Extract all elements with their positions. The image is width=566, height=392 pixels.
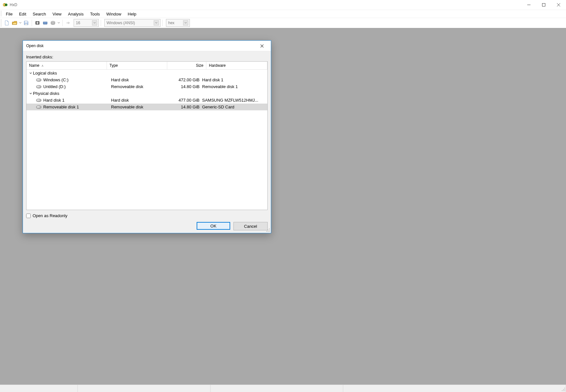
disk-hardware: Removeable disk 1 [202,84,267,89]
menu-search[interactable]: Search [29,11,49,17]
disk-name: Removeable disk 1 [43,105,79,109]
menu-edit[interactable]: Edit [16,11,29,17]
open-readonly-checkbox[interactable] [26,214,31,218]
disks-listview[interactable]: Name∧ Type Size Hardware Logical disks W… [26,61,268,210]
menu-view[interactable]: View [49,11,65,17]
svg-rect-3 [4,4,4,5]
menu-analysis[interactable]: Analysis [65,11,87,17]
number-base-combo[interactable]: hex [166,19,190,27]
group-logical-label: Logical disks [33,71,57,75]
dialog-resize-grip-icon[interactable] [266,228,270,232]
disk-size: 472.00 GiB [166,77,202,82]
chevron-down-icon [154,20,159,25]
disk-type: Removeable disk [111,84,166,89]
listview-header: Name∧ Type Size Hardware [26,62,267,70]
disk-icon [36,106,41,109]
group-logical-disks[interactable]: Logical disks [26,70,267,76]
open-disk-dialog: Open disk Inserted disks: Name∧ Type Siz… [23,40,271,233]
menu-tools[interactable]: Tools [87,11,103,17]
open-readonly-label: Open as Readonly [33,213,67,218]
chevron-down-icon [28,72,33,75]
list-item[interactable]: Hard disk 1 Hard disk 477.00 GiB SAMSUNG… [26,97,267,104]
disk-icon [36,78,41,82]
bytes-per-row-combo[interactable]: 16 [74,19,99,27]
open-ram-button[interactable] [42,19,49,26]
encoding-value: Windows (ANSI) [107,21,152,25]
disk-size: 14.80 GiB [166,84,202,89]
disk-hardware: SAMSUNG MZFLW512HMJ... [202,98,267,103]
open-disk-image-button[interactable] [49,19,57,26]
disk-name: Windows (C:) [43,77,68,82]
list-item[interactable]: Removeable disk 1 Removeable disk 14.80 … [26,104,267,110]
encoding-combo[interactable]: Windows (ANSI) [104,19,160,27]
col-type[interactable]: Type [107,62,167,69]
sort-asc-icon: ∧ [41,64,44,67]
svg-rect-5 [25,21,27,23]
statusbar [0,385,566,392]
cancel-button[interactable]: Cancel [233,222,268,230]
svg-point-1 [5,4,7,6]
disk-icon [36,99,41,102]
toolbar: 16 Windows (ANSI) hex [0,18,566,28]
disk-hardware: Generic-SD Card [202,105,267,109]
disk-size: 477.00 GiB [166,98,202,103]
close-button[interactable] [551,0,566,10]
save-button[interactable] [23,19,30,26]
list-item[interactable]: Untitled (D:) Removeable disk 14.80 GiB … [26,83,267,90]
disk-type: Hard disk [111,98,166,103]
maximize-button[interactable] [536,0,551,10]
bytes-per-row-value: 16 [76,21,90,25]
disk-size: 14.80 GiB [166,105,202,109]
svg-rect-6 [25,24,27,25]
toggle-insert-mode-button[interactable] [65,19,72,26]
app-title: HxD [10,3,17,7]
titlebar: HxD [0,0,566,10]
resize-grip-icon[interactable] [561,387,565,391]
menu-window[interactable]: Window [103,11,124,17]
col-hardware[interactable]: Hardware [206,62,267,69]
open-file-button[interactable] [11,19,18,26]
number-base-value: hex [168,21,181,25]
svg-rect-4 [542,4,545,6]
chevron-down-icon [28,92,33,95]
open-recent-dropdown[interactable] [19,22,22,24]
new-file-button[interactable] [3,19,10,26]
disk-hardware: Hard disk 1 [202,77,267,82]
menu-file[interactable]: File [3,11,16,17]
menu-help[interactable]: Help [125,11,140,17]
group-physical-label: Physical disks [33,91,59,96]
disk-icon [36,85,41,88]
svg-rect-9 [43,22,47,24]
chevron-down-icon [183,20,188,25]
list-item[interactable]: Windows (C:) Hard disk 472.00 GiB Hard d… [26,76,267,83]
minimize-button[interactable] [521,0,536,10]
disk-type: Hard disk [111,77,166,82]
col-name[interactable]: Name∧ [26,62,107,69]
ok-button[interactable]: OK [197,222,230,230]
open-disk-button[interactable] [34,19,41,26]
group-physical-disks[interactable]: Physical disks [26,90,267,97]
dialog-titlebar[interactable]: Open disk [23,41,271,51]
disk-name: Untitled (D:) [43,84,66,89]
app-icon [3,2,8,7]
svg-point-8 [36,22,39,24]
dialog-title: Open disk [26,44,44,48]
chevron-down-icon [92,20,97,25]
col-size[interactable]: Size [167,62,206,69]
open-disk-image-dropdown[interactable] [57,22,60,24]
disk-name: Hard disk 1 [43,98,65,103]
inserted-disks-label: Inserted disks: [26,53,268,61]
disk-type: Removeable disk [111,105,166,109]
dialog-close-button[interactable] [256,41,268,50]
menubar: File Edit Search View Analysis Tools Win… [0,10,566,18]
